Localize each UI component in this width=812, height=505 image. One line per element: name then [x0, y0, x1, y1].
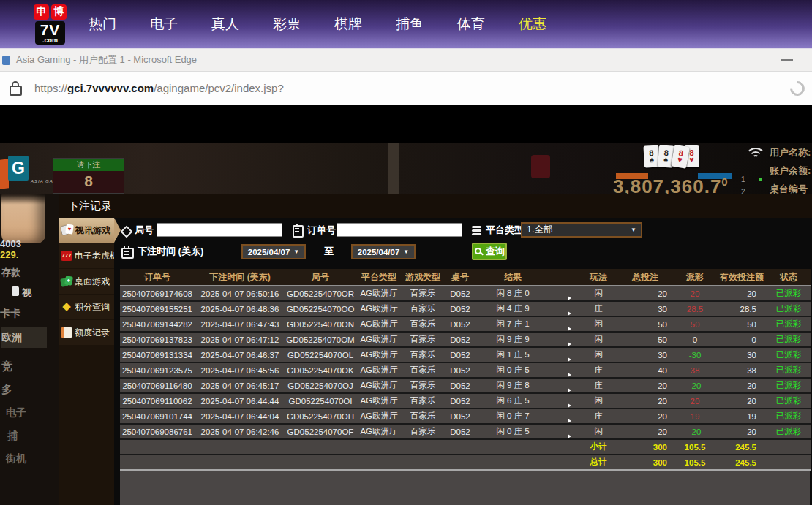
logo-badge-shen: 申: [34, 4, 49, 20]
table-row: 250407069116480 2025-04-07 06:45:17 GD05…: [120, 378, 811, 393]
sidebar-item-label: 积分查询: [75, 301, 110, 314]
sidebar-item[interactable]: 额度记录: [59, 320, 114, 345]
total-bet-cell: 20: [617, 286, 673, 301]
platform-cell: AG欧洲厅: [356, 362, 402, 378]
time-cell: 2025-04-07 06:42:46: [195, 424, 285, 439]
table-row: 250407069144282 2025-04-07 06:47:43 GD05…: [120, 316, 811, 332]
result-cell: 闲 0 庄 7: [477, 409, 549, 424]
sidebar-item[interactable]: 视讯游戏: [59, 218, 114, 243]
minimize-button[interactable]: [781, 59, 793, 61]
platform-cell: AG欧洲厅: [356, 409, 402, 424]
refresh-icon[interactable]: [787, 77, 808, 98]
account-info-label: 账户余额:: [770, 164, 811, 178]
sidebar-item[interactable]: 桌面游戏: [59, 269, 114, 294]
nav-item[interactable]: 捕鱼: [396, 15, 424, 34]
valid-bet-cell: 0: [717, 332, 767, 347]
payout-cell: 28.5: [673, 301, 717, 316]
sidebar-item-label: 桌面游戏: [75, 276, 110, 288]
date-range-to-label: 至: [324, 243, 334, 259]
bg-fragment: 视: [12, 286, 31, 300]
logo-box: 7V .com: [35, 21, 66, 45]
nav-item[interactable]: 真人: [211, 15, 239, 34]
jackpot-counter: 3,807,360.70: [613, 175, 729, 194]
bet-banner-label: 请下注: [53, 159, 124, 171]
replay-cell: [549, 409, 579, 424]
nav-item[interactable]: 彩票: [273, 15, 301, 34]
payout-cell: 50: [673, 316, 717, 332]
time-cell: 2025-04-07 06:47:12: [195, 332, 285, 347]
status-cell: 已派彩: [767, 347, 811, 362]
address-bar[interactable]: https://gci.7vvvvvv.com/agingame/pcv2/in…: [0, 72, 812, 105]
round-number-input[interactable]: [157, 223, 282, 237]
platform-cell: AG欧洲厅: [356, 301, 402, 316]
nav-item[interactable]: 优惠: [519, 15, 546, 34]
wifi-icon: [745, 147, 765, 160]
url-text[interactable]: https://gci.7vvvvvv.com/agingame/pcv2/in…: [34, 82, 284, 94]
nav-item[interactable]: 棋牌: [334, 15, 362, 34]
order-number-input[interactable]: [337, 223, 462, 237]
game-type-cell: 百家乐: [402, 286, 443, 301]
date-from-select[interactable]: 2025/04/07▼: [241, 244, 306, 259]
order-number-label: 订单号: [293, 222, 336, 238]
bet-banner: 请下注 8: [53, 158, 124, 194]
order-cell: 250407069110062: [120, 393, 195, 409]
date-to-select[interactable]: 2025/04/07▼: [351, 244, 416, 259]
result-cell: 闲 4 庄 9: [477, 301, 549, 316]
play-type-cell: 庄: [579, 409, 617, 424]
bg-fragment: 捕: [7, 430, 18, 443]
payout-cell: -20: [673, 378, 717, 393]
column-header: 桌号: [443, 269, 477, 286]
ag-logo: G: [8, 156, 29, 181]
column-header: 状态: [767, 269, 811, 286]
subtotal-label: 小计: [579, 439, 617, 455]
search-button[interactable]: 查询: [472, 243, 507, 260]
replay-cell: [549, 347, 579, 362]
table-row: 250407069137823 2025-04-07 06:47:12 GD05…: [120, 332, 811, 347]
valid-bet-cell: 20: [717, 378, 767, 393]
play-type-cell: 闲: [579, 316, 617, 332]
table-header-row: 订单号下注时间 (美东)局号平台类型游戏类型桌号结果玩法总投注派彩有效投注额状态: [120, 269, 811, 286]
table-row: 250407069174608 2025-04-07 06:50:16 GD05…: [120, 286, 811, 301]
platform-type-value: 1.全部: [527, 224, 552, 236]
sidebar-item-icon: [61, 224, 73, 236]
bet-countdown: 8: [53, 171, 124, 193]
payout-cell: -30: [673, 347, 717, 362]
chevron-down-icon: ▼: [631, 227, 636, 233]
play-type-cell: 闲: [579, 332, 617, 347]
logo-badge-bo: 博: [51, 4, 67, 20]
time-cell: 2025-04-07 06:47:43: [195, 316, 285, 332]
lock-icon: [10, 86, 22, 96]
round-cell: GD052254070OM: [285, 332, 356, 347]
order-cell: 250407069137823: [120, 332, 195, 347]
play-type-cell: 闲: [579, 424, 617, 439]
replay-cell: [549, 362, 579, 378]
table-row: 250407069086761 2025-04-07 06:42:46 GD05…: [120, 424, 811, 439]
total-bet-cell: 20: [617, 378, 673, 393]
logo-tld: .com: [40, 37, 61, 44]
column-header: 有效投注额: [717, 269, 767, 286]
round-cell: GD052254070OJ: [285, 378, 356, 393]
table-number-cell: D052: [443, 424, 477, 439]
tag-icon: [121, 226, 131, 235]
sidebar-item[interactable]: 积分查询: [59, 295, 114, 319]
nav-item[interactable]: 热门: [89, 15, 116, 34]
panel-sidebar: 视讯游戏 电子老虎机 桌面游戏 积分查询 额度记录: [59, 218, 114, 505]
site-logo[interactable]: 申 博 7V .com: [34, 4, 67, 45]
letterbox-strip: [0, 105, 812, 143]
result-cell: 闲 9 庄 8: [477, 378, 549, 393]
column-header: 局号: [285, 269, 356, 286]
nav-item[interactable]: 体育: [457, 15, 485, 34]
nav-item[interactable]: 电子: [150, 15, 178, 34]
payout-cell: 0: [673, 332, 717, 347]
nav-menu: 热门电子真人彩票棋牌捕鱼体育优惠: [89, 15, 546, 34]
table-number-cell: D052: [443, 409, 477, 424]
sidebar-item[interactable]: 电子老虎机: [59, 243, 114, 268]
platform-type-select[interactable]: 1.全部 ▼: [521, 222, 642, 238]
grand-total-total-bet: 300: [617, 455, 673, 470]
valid-bet-cell: 19: [717, 409, 767, 424]
grand-total-payout: 105.5: [673, 455, 717, 470]
round-cell: GD052254070OF: [285, 424, 356, 439]
game-type-cell: 百家乐: [402, 378, 443, 393]
platform-cell: AG欧洲厅: [356, 424, 402, 439]
subtotal-total-bet: 300: [617, 439, 673, 455]
